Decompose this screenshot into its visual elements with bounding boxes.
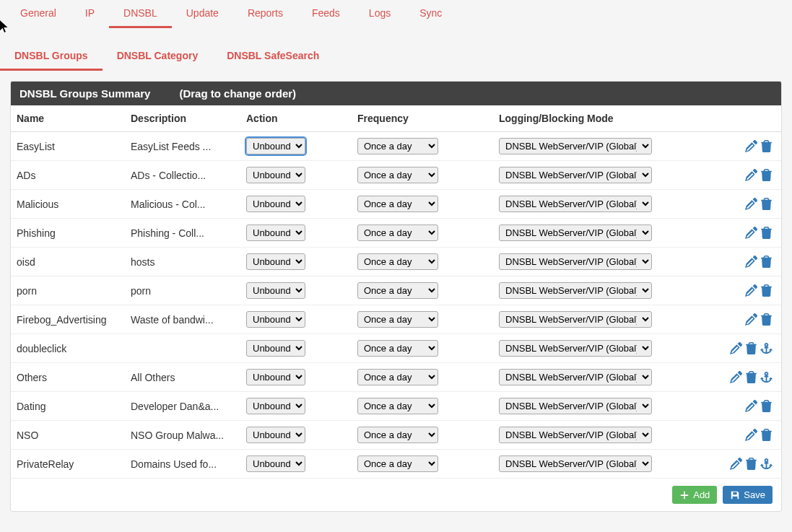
row-name: EasyList bbox=[11, 132, 125, 161]
main-tab-ip[interactable]: IP bbox=[71, 0, 109, 28]
action-select[interactable]: Unbound bbox=[246, 167, 305, 183]
col-frequency: Frequency bbox=[352, 105, 493, 132]
trash-icon[interactable] bbox=[745, 342, 757, 354]
table-row[interactable]: PhishingPhishing - Coll...UnboundOnce a … bbox=[11, 219, 781, 248]
trash-icon[interactable] bbox=[760, 256, 773, 268]
add-button-label: Add bbox=[693, 489, 710, 500]
pencil-icon[interactable] bbox=[745, 313, 757, 326]
action-select[interactable]: Unbound bbox=[246, 138, 305, 154]
main-tab-dnsbl[interactable]: DNSBL bbox=[109, 0, 172, 28]
trash-icon[interactable] bbox=[745, 458, 757, 470]
frequency-select[interactable]: Once a day bbox=[357, 455, 438, 472]
anchor-icon[interactable] bbox=[760, 342, 773, 354]
pencil-icon[interactable] bbox=[730, 371, 742, 383]
pencil-icon[interactable] bbox=[745, 429, 757, 441]
action-select[interactable]: Unbound bbox=[246, 398, 305, 414]
row-name: NSO bbox=[11, 421, 125, 450]
row-name: porn bbox=[11, 276, 125, 305]
table-row[interactable]: oisdhostsUnboundOnce a dayDNSBL WebServe… bbox=[11, 248, 781, 276]
trash-icon[interactable] bbox=[760, 313, 773, 326]
frequency-select[interactable]: Once a day bbox=[357, 253, 438, 270]
mode-select[interactable]: DNSBL WebServer/VIP (Global) bbox=[499, 253, 652, 270]
table-row[interactable]: ADsADs - Collectio...UnboundOnce a dayDN… bbox=[11, 161, 781, 190]
table-row[interactable]: pornpornUnboundOnce a dayDNSBL WebServer… bbox=[11, 276, 781, 305]
mode-select[interactable]: DNSBL WebServer/VIP (Global) bbox=[499, 340, 652, 357]
pencil-icon[interactable] bbox=[745, 198, 757, 210]
pencil-icon[interactable] bbox=[745, 400, 757, 412]
trash-icon[interactable] bbox=[745, 371, 757, 383]
row-description: Waste of bandwi... bbox=[125, 305, 240, 334]
trash-icon[interactable] bbox=[760, 169, 773, 181]
mode-select[interactable]: DNSBL WebServer/VIP (Global) bbox=[499, 167, 652, 183]
frequency-select[interactable]: Once a day bbox=[357, 427, 438, 443]
pencil-icon[interactable] bbox=[730, 458, 742, 470]
table-row[interactable]: MaliciousMalicious - Col...UnboundOnce a… bbox=[11, 190, 781, 219]
main-tab-general[interactable]: General bbox=[6, 0, 71, 28]
add-button[interactable]: Add bbox=[672, 486, 717, 504]
action-select[interactable]: Unbound bbox=[246, 369, 305, 385]
mode-select[interactable]: DNSBL WebServer/VIP (Global) bbox=[499, 282, 652, 299]
pencil-icon[interactable] bbox=[745, 284, 757, 297]
mode-select[interactable]: DNSBL WebServer/VIP (Global) bbox=[499, 224, 652, 241]
mode-select[interactable]: DNSBL WebServer/VIP (Global) bbox=[499, 427, 652, 443]
table-row[interactable]: OthersAll OthersUnboundOnce a dayDNSBL W… bbox=[11, 363, 781, 392]
action-select[interactable]: Unbound bbox=[246, 196, 305, 212]
main-tab-sync[interactable]: Sync bbox=[405, 0, 456, 28]
row-name: doubleclick bbox=[11, 334, 125, 363]
trash-icon[interactable] bbox=[760, 284, 773, 297]
table-row[interactable]: doubleclickUnboundOnce a dayDNSBL WebSer… bbox=[11, 334, 781, 363]
frequency-select[interactable]: Once a day bbox=[357, 340, 438, 357]
table-row[interactable]: EasyListEasyList Feeds ...UnboundOnce a … bbox=[11, 132, 781, 161]
trash-icon[interactable] bbox=[760, 400, 773, 412]
frequency-select[interactable]: Once a day bbox=[357, 196, 438, 212]
action-select[interactable]: Unbound bbox=[246, 282, 305, 299]
main-tab-reports[interactable]: Reports bbox=[233, 0, 297, 28]
trash-icon[interactable] bbox=[760, 227, 773, 239]
pencil-icon[interactable] bbox=[745, 256, 757, 268]
trash-icon[interactable] bbox=[760, 429, 773, 441]
mode-select[interactable]: DNSBL WebServer/VIP (Global) bbox=[499, 138, 652, 154]
table-row[interactable]: Firebog_AdvertisingWaste of bandwi...Unb… bbox=[11, 305, 781, 334]
mode-select[interactable]: DNSBL WebServer/VIP (Global) bbox=[499, 455, 652, 472]
sub-tab-dnsbl-safesearch[interactable]: DNSBL SafeSearch bbox=[212, 43, 334, 71]
main-tab-logs[interactable]: Logs bbox=[354, 0, 405, 28]
mode-select[interactable]: DNSBL WebServer/VIP (Global) bbox=[499, 196, 652, 212]
frequency-select[interactable]: Once a day bbox=[357, 282, 438, 299]
anchor-icon[interactable] bbox=[760, 458, 773, 470]
trash-icon[interactable] bbox=[760, 198, 773, 210]
frequency-select[interactable]: Once a day bbox=[357, 167, 438, 183]
frequency-select[interactable]: Once a day bbox=[357, 311, 438, 328]
action-select[interactable]: Unbound bbox=[246, 253, 305, 270]
save-icon bbox=[730, 490, 740, 500]
mode-select[interactable]: DNSBL WebServer/VIP (Global) bbox=[499, 311, 652, 328]
frequency-select[interactable]: Once a day bbox=[357, 224, 438, 241]
main-tab-feeds[interactable]: Feeds bbox=[297, 0, 354, 28]
main-tab-update[interactable]: Update bbox=[172, 0, 233, 28]
pencil-icon[interactable] bbox=[745, 227, 757, 239]
main-tabs: GeneralIPDNSBLUpdateReportsFeedsLogsSync bbox=[0, 0, 792, 28]
mode-select[interactable]: DNSBL WebServer/VIP (Global) bbox=[499, 398, 652, 414]
frequency-select[interactable]: Once a day bbox=[357, 369, 438, 385]
sub-tab-dnsbl-category[interactable]: DNSBL Category bbox=[103, 43, 213, 71]
trash-icon[interactable] bbox=[760, 140, 773, 152]
action-select[interactable]: Unbound bbox=[246, 455, 305, 472]
row-description: Developer Dan&a... bbox=[125, 392, 240, 421]
table-row[interactable]: PrivateRelayDomains Used fo...UnboundOnc… bbox=[11, 450, 781, 479]
table-row[interactable]: DatingDeveloper Dan&a...UnboundOnce a da… bbox=[11, 392, 781, 421]
frequency-select[interactable]: Once a day bbox=[357, 138, 438, 154]
save-button[interactable]: Save bbox=[723, 486, 773, 504]
action-select[interactable]: Unbound bbox=[246, 427, 305, 443]
sub-tab-dnsbl-groups[interactable]: DNSBL Groups bbox=[0, 43, 103, 71]
action-select[interactable]: Unbound bbox=[246, 340, 305, 357]
pencil-icon[interactable] bbox=[745, 169, 757, 181]
table-row[interactable]: NSONSO Group Malwa...UnboundOnce a dayDN… bbox=[11, 421, 781, 450]
frequency-select[interactable]: Once a day bbox=[357, 398, 438, 414]
save-button-label: Save bbox=[744, 489, 765, 500]
mode-select[interactable]: DNSBL WebServer/VIP (Global) bbox=[499, 369, 652, 385]
action-select[interactable]: Unbound bbox=[246, 224, 305, 241]
action-select[interactable]: Unbound bbox=[246, 311, 305, 328]
pencil-icon[interactable] bbox=[730, 342, 742, 354]
anchor-icon[interactable] bbox=[760, 371, 773, 383]
pencil-icon[interactable] bbox=[745, 140, 757, 152]
row-name: Malicious bbox=[11, 190, 125, 219]
